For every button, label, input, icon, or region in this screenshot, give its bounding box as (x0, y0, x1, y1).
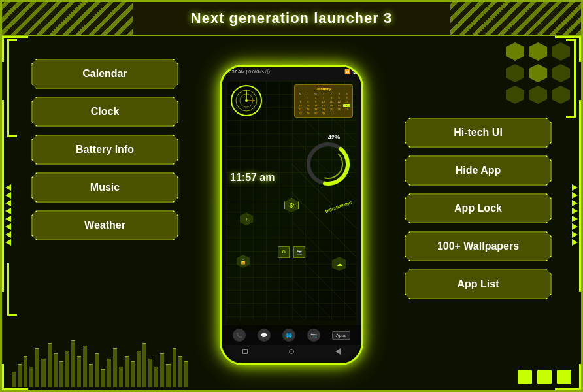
left-panel: Calendar Clock Battery Info Music (2, 36, 192, 392)
phone-status-bar: 11:57 AM | 0.0Kb/s ⓘ 📶 🔋 (222, 67, 361, 77)
bottom-square-3 (557, 370, 571, 384)
bar-chart (12, 335, 188, 387)
svg-point-5 (245, 99, 248, 102)
arrow-left-8 (5, 239, 11, 246)
apps-button[interactable]: Apps (332, 331, 350, 340)
bar-22 (137, 351, 141, 387)
bottom-right-squares (518, 370, 571, 384)
nav-circle (289, 349, 294, 354)
stripe-pattern-left (2, 2, 133, 35)
header: Next generation launcher 3 (2, 2, 581, 36)
phone-screen-content: January M T W T F S S (227, 81, 356, 320)
bar-3 (24, 356, 27, 387)
arrow-right-4 (572, 208, 578, 214)
hide-app-button[interactable]: Hide App (405, 155, 552, 186)
phone-calendar-widget: January M T W T F S S (294, 84, 353, 118)
left-menu-buttons: Calendar Clock Battery Info Music (15, 59, 178, 240)
hex-2 (529, 42, 547, 61)
battery-percentage: 42% (328, 134, 340, 140)
bottom-icon-row: ⚙ 📷 (278, 246, 305, 258)
battery-arc (305, 141, 351, 187)
hex-1 (506, 42, 524, 61)
arrow-left-4 (5, 208, 11, 214)
hex-decoration-grid (506, 42, 571, 104)
bar-9 (59, 361, 63, 387)
header-stripe-left (2, 2, 133, 35)
bar-26 (160, 353, 164, 387)
arrow-right-2 (572, 192, 578, 199)
nav-back (335, 348, 341, 355)
bar-28 (173, 348, 176, 387)
hex-7 (506, 86, 524, 104)
camera-icon: 📷 (293, 246, 305, 258)
bar-5 (35, 348, 39, 387)
bar-1 (12, 372, 16, 387)
bar-27 (166, 364, 170, 387)
left-deco-bottom (7, 263, 17, 316)
bar-16 (101, 369, 105, 387)
phone-message-icon[interactable]: 💬 (258, 329, 271, 342)
left-deco-top (7, 39, 17, 137)
wallpapers-button[interactable]: 100+ Wallpapers (405, 231, 552, 261)
bar-14 (89, 364, 93, 387)
arrow-right-6 (572, 223, 578, 230)
bar-29 (178, 356, 182, 387)
arrow-right-1 (572, 184, 578, 191)
phone-call-icon[interactable]: 📞 (233, 329, 246, 342)
arrow-left-5 (5, 216, 11, 222)
bar-23 (142, 343, 146, 387)
bar-19 (119, 367, 123, 387)
right-deco (566, 39, 576, 118)
app-list-button[interactable]: App List (405, 269, 552, 299)
bar-7 (48, 343, 52, 387)
svg-point-8 (314, 150, 342, 178)
right-arrows (572, 184, 578, 246)
arrow-right-7 (572, 231, 578, 238)
phone-screen[interactable]: January M T W T F S S (227, 81, 356, 331)
phone-bottom-icons: 📞 💬 🌐 📷 Apps (222, 325, 361, 345)
bar-2 (18, 364, 22, 387)
right-panel: Hi-tech UI Hide App App Lock 100+ Wallpa… (391, 36, 581, 392)
calendar-grid: M T W T F S S 1 2 3 (297, 92, 350, 115)
bar-24 (148, 359, 152, 387)
bar-21 (131, 361, 135, 387)
calendar-button[interactable]: Calendar (31, 59, 178, 89)
left-arrows (5, 184, 11, 246)
phone-photo-icon[interactable]: 📷 (307, 329, 320, 342)
hi-tech-ui-button[interactable]: Hi-tech UI (405, 118, 552, 148)
hex-8 (529, 86, 547, 104)
phone-browser-icon[interactable]: 🌐 (282, 329, 295, 342)
phone-frame: 11:57 AM | 0.0Kb/s ⓘ 📶 🔋 January (220, 65, 363, 365)
calendar-month-label: January (297, 87, 350, 91)
bar-17 (107, 359, 111, 387)
phone-nav-bar (222, 345, 361, 358)
hex-4 (506, 64, 524, 82)
arrow-left-3 (5, 200, 11, 206)
arrow-left-7 (5, 231, 11, 238)
bar-10 (65, 351, 69, 387)
stripe-pattern-right (450, 2, 581, 35)
right-menu-buttons: Hi-tech UI Hide App App Lock 100+ Wallpa… (405, 118, 568, 299)
arrow-right-5 (572, 216, 578, 222)
battery-info-button[interactable]: Battery Info (31, 135, 178, 165)
settings-icon: ⚙ (278, 246, 290, 258)
content-area: Calendar Clock Battery Info Music (2, 36, 581, 392)
arrow-right-8 (572, 239, 578, 246)
phone-container: 11:57 AM | 0.0Kb/s ⓘ 📶 🔋 January (220, 65, 363, 365)
center-panel: 11:57 AM | 0.0Kb/s ⓘ 📶 🔋 January (192, 36, 391, 392)
music-button[interactable]: Music (31, 172, 178, 203)
arrow-left-1 (5, 184, 11, 191)
header-stripe-right (450, 2, 581, 35)
bar-4 (29, 367, 33, 387)
phone-clock-widget (230, 84, 263, 117)
app-lock-button[interactable]: App Lock (405, 193, 552, 223)
weather-button[interactable]: Weather (31, 210, 178, 240)
bar-30 (184, 361, 188, 387)
bar-15 (95, 353, 99, 387)
bottom-square-2 (537, 370, 552, 384)
arrow-right-3 (572, 200, 578, 206)
bar-18 (113, 348, 117, 387)
nav-square (242, 349, 248, 354)
bar-20 (125, 356, 129, 387)
clock-button[interactable]: Clock (31, 97, 178, 127)
